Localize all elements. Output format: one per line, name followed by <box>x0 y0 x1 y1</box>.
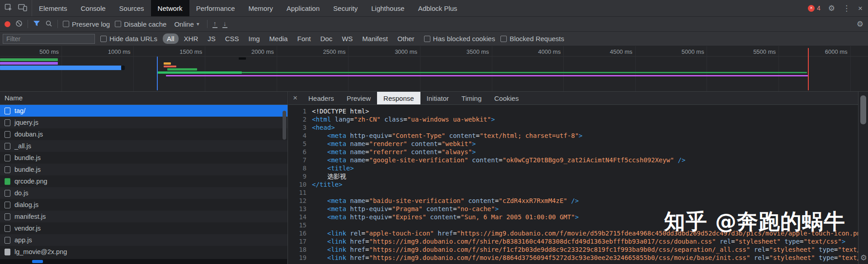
line-number: 6 <box>288 148 312 156</box>
tab-preview[interactable]: Preview <box>340 92 377 104</box>
disable-cache-checkbox[interactable]: Disable cache <box>115 20 166 28</box>
request-row[interactable]: douban.js <box>0 128 288 140</box>
tab-performance[interactable]: Performance <box>189 0 242 16</box>
request-name: do.js <box>14 189 28 197</box>
tab-elements[interactable]: Elements <box>32 0 74 16</box>
timeline-gridline <box>635 46 636 91</box>
filter-input[interactable] <box>3 34 95 44</box>
timeline-tick-label: 6000 ms <box>815 48 848 55</box>
timeline-tick-label: 1500 ms <box>170 48 202 55</box>
clear-icon[interactable] <box>15 20 23 28</box>
vertical-scrollbar[interactable] <box>858 92 868 264</box>
tab-console[interactable]: Console <box>74 0 113 16</box>
filter-type-css[interactable]: CSS <box>221 33 243 44</box>
error-badge[interactable]: × 4 <box>808 5 821 12</box>
request-name: _all.js <box>14 142 31 150</box>
vertical-scrollbar-thumb[interactable] <box>860 95 866 124</box>
filter-type-doc[interactable]: Doc <box>316 33 336 44</box>
request-row[interactable]: lg_movie@2x.png <box>0 246 288 258</box>
resource-type-filters: AllXHRJSCSSImgMediaFontDocWSManifestOthe… <box>163 33 419 44</box>
network-settings-gear-icon[interactable]: ⚙ <box>857 20 863 28</box>
request-row[interactable]: tag/ <box>0 105 288 117</box>
devtools-tabbar: ElementsConsoleSourcesNetworkPerformance… <box>0 0 868 17</box>
request-row[interactable]: dialog.js <box>0 199 288 211</box>
request-row[interactable]: _all.js <box>0 140 288 152</box>
timeline-gridline <box>205 46 205 91</box>
waterfall-segment <box>166 75 808 76</box>
filter-type-img[interactable]: Img <box>245 33 264 44</box>
throttling-select[interactable]: Online ▾ <box>174 20 199 28</box>
line-number: 18 <box>288 245 312 254</box>
filter-type-ws[interactable]: WS <box>338 33 357 44</box>
timeline-tick-label: 500 ms <box>26 48 59 55</box>
search-icon[interactable] <box>45 20 52 28</box>
line-number: 1 <box>288 107 312 115</box>
code-line: 2<html lang="zh-CN" class="ua-windows ua… <box>288 115 858 123</box>
request-row[interactable]: qrcode.png <box>0 175 288 187</box>
timeline-gridline <box>348 46 349 91</box>
request-row[interactable]: jquery.js <box>0 117 288 128</box>
file-icon <box>5 225 10 232</box>
code-line: 11 <box>288 189 858 197</box>
request-name: douban.js <box>14 131 43 138</box>
hide-data-urls-checkbox[interactable]: Hide data URLs <box>100 35 157 42</box>
tab-lighthouse[interactable]: Lighthouse <box>364 0 411 16</box>
request-row[interactable]: bundle.js <box>0 152 288 164</box>
preserve-log-checkbox[interactable]: Preserve log <box>63 20 110 28</box>
tab-cookies[interactable]: Cookies <box>488 92 525 104</box>
request-row[interactable]: vendor.js <box>0 222 288 234</box>
tab-network[interactable]: Network <box>151 0 189 16</box>
import-har-icon[interactable]: ↑ <box>212 20 217 28</box>
tab-security[interactable]: Security <box>326 0 364 16</box>
tab-initiator[interactable]: Initiator <box>420 92 455 104</box>
tab-response[interactable]: Response <box>377 92 420 104</box>
kebab-menu-icon[interactable]: ⋮ <box>843 5 850 12</box>
filter-type-js[interactable]: JS <box>203 33 220 44</box>
inspect-element-icon[interactable] <box>5 4 13 13</box>
checkbox-box <box>63 21 69 27</box>
filter-type-media[interactable]: Media <box>265 33 292 44</box>
filter-type-manifest[interactable]: Manifest <box>358 33 392 44</box>
close-detail-icon[interactable]: × <box>288 92 302 104</box>
ruler-divider <box>0 56 868 57</box>
filter-type-xhr[interactable]: XHR <box>180 33 203 44</box>
network-overview-timeline[interactable]: 500 ms1000 ms1500 ms2000 ms2500 ms3000 m… <box>0 46 868 92</box>
record-button[interactable] <box>5 21 10 27</box>
waterfall-segment <box>0 66 125 70</box>
waterfall-segment <box>158 71 242 74</box>
filter-type-font[interactable]: Font <box>293 33 315 44</box>
export-har-icon[interactable]: ↓ <box>222 20 227 28</box>
request-name: jquery.js <box>14 119 38 126</box>
request-row[interactable]: manifest.js <box>0 211 288 222</box>
column-header-name[interactable]: Name <box>0 92 288 105</box>
request-row[interactable]: app.js <box>0 234 288 246</box>
timeline-gridline <box>277 46 277 91</box>
response-source-viewer[interactable]: 1<!DOCTYPE html>2<html lang="zh-CN" clas… <box>288 105 858 264</box>
requests-scrollbar-thumb[interactable] <box>283 111 286 140</box>
corner-gear-icon[interactable]: ⚙ <box>860 253 867 263</box>
request-name: vendor.js <box>14 225 41 232</box>
request-name: bundle.js <box>14 154 41 161</box>
tab-application[interactable]: Application <box>280 0 326 16</box>
file-icon <box>5 131 10 138</box>
devtools-right-controls: × 4 ⚙ ⋮ × <box>808 0 868 16</box>
filter-type-other[interactable]: Other <box>393 33 419 44</box>
line-number: 16 <box>288 229 312 237</box>
device-toolbar-icon[interactable] <box>18 4 27 13</box>
has-blocked-cookies-checkbox[interactable]: Has blocked cookies <box>424 35 495 42</box>
filter-funnel-icon[interactable] <box>33 20 40 28</box>
tab-headers[interactable]: Headers <box>302 92 340 104</box>
filter-type-all[interactable]: All <box>163 33 179 44</box>
tab-timing[interactable]: Timing <box>455 92 488 104</box>
request-row[interactable]: do.js <box>0 187 288 199</box>
request-row[interactable]: bundle.js <box>0 164 288 175</box>
line-number: 19 <box>288 254 312 262</box>
close-icon[interactable]: × <box>858 5 863 12</box>
tab-memory[interactable]: Memory <box>242 0 280 16</box>
tab-adblock-plus[interactable]: Adblock Plus <box>411 0 464 16</box>
code-line: 4 <meta http-equiv="Content-Type" conten… <box>288 132 858 140</box>
tab-sources[interactable]: Sources <box>113 0 151 16</box>
gear-icon[interactable]: ⚙ <box>828 5 835 12</box>
scroll-thumb-fragment[interactable] <box>32 260 43 263</box>
blocked-requests-checkbox[interactable]: Blocked Requests <box>500 35 564 42</box>
